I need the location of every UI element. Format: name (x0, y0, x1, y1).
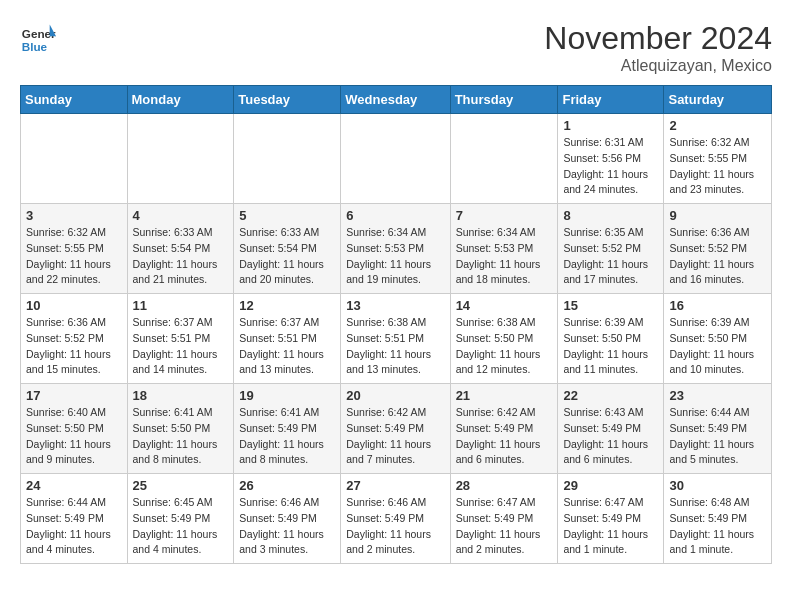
calendar-cell: 10Sunrise: 6:36 AMSunset: 5:52 PMDayligh… (21, 294, 128, 384)
month-title: November 2024 (544, 20, 772, 57)
calendar-cell (21, 114, 128, 204)
logo: General Blue (20, 20, 56, 56)
calendar-cell: 29Sunrise: 6:47 AMSunset: 5:49 PMDayligh… (558, 474, 664, 564)
day-number: 9 (669, 208, 766, 223)
day-number: 15 (563, 298, 658, 313)
day-info: Sunrise: 6:36 AMSunset: 5:52 PMDaylight:… (26, 315, 122, 378)
calendar-cell: 22Sunrise: 6:43 AMSunset: 5:49 PMDayligh… (558, 384, 664, 474)
calendar-header-row: SundayMondayTuesdayWednesdayThursdayFrid… (21, 86, 772, 114)
calendar-cell: 26Sunrise: 6:46 AMSunset: 5:49 PMDayligh… (234, 474, 341, 564)
day-number: 2 (669, 118, 766, 133)
calendar-cell: 30Sunrise: 6:48 AMSunset: 5:49 PMDayligh… (664, 474, 772, 564)
day-number: 24 (26, 478, 122, 493)
day-info: Sunrise: 6:46 AMSunset: 5:49 PMDaylight:… (239, 495, 335, 558)
day-info: Sunrise: 6:42 AMSunset: 5:49 PMDaylight:… (346, 405, 444, 468)
svg-text:Blue: Blue (22, 40, 48, 53)
weekday-header: Tuesday (234, 86, 341, 114)
calendar-week-row: 17Sunrise: 6:40 AMSunset: 5:50 PMDayligh… (21, 384, 772, 474)
day-number: 19 (239, 388, 335, 403)
calendar-cell: 14Sunrise: 6:38 AMSunset: 5:50 PMDayligh… (450, 294, 558, 384)
day-number: 16 (669, 298, 766, 313)
calendar-cell: 28Sunrise: 6:47 AMSunset: 5:49 PMDayligh… (450, 474, 558, 564)
day-number: 14 (456, 298, 553, 313)
day-number: 5 (239, 208, 335, 223)
calendar-cell: 18Sunrise: 6:41 AMSunset: 5:50 PMDayligh… (127, 384, 234, 474)
day-number: 6 (346, 208, 444, 223)
day-info: Sunrise: 6:38 AMSunset: 5:50 PMDaylight:… (456, 315, 553, 378)
calendar-cell: 13Sunrise: 6:38 AMSunset: 5:51 PMDayligh… (341, 294, 450, 384)
day-number: 23 (669, 388, 766, 403)
day-number: 3 (26, 208, 122, 223)
day-info: Sunrise: 6:47 AMSunset: 5:49 PMDaylight:… (456, 495, 553, 558)
day-number: 18 (133, 388, 229, 403)
calendar-cell: 11Sunrise: 6:37 AMSunset: 5:51 PMDayligh… (127, 294, 234, 384)
day-info: Sunrise: 6:37 AMSunset: 5:51 PMDaylight:… (239, 315, 335, 378)
calendar-cell: 8Sunrise: 6:35 AMSunset: 5:52 PMDaylight… (558, 204, 664, 294)
calendar-cell: 25Sunrise: 6:45 AMSunset: 5:49 PMDayligh… (127, 474, 234, 564)
calendar-table: SundayMondayTuesdayWednesdayThursdayFrid… (20, 85, 772, 564)
day-info: Sunrise: 6:47 AMSunset: 5:49 PMDaylight:… (563, 495, 658, 558)
calendar-cell: 21Sunrise: 6:42 AMSunset: 5:49 PMDayligh… (450, 384, 558, 474)
day-number: 20 (346, 388, 444, 403)
calendar-week-row: 24Sunrise: 6:44 AMSunset: 5:49 PMDayligh… (21, 474, 772, 564)
day-number: 28 (456, 478, 553, 493)
day-number: 25 (133, 478, 229, 493)
logo-icon: General Blue (20, 20, 56, 56)
day-info: Sunrise: 6:45 AMSunset: 5:49 PMDaylight:… (133, 495, 229, 558)
day-info: Sunrise: 6:39 AMSunset: 5:50 PMDaylight:… (563, 315, 658, 378)
day-number: 11 (133, 298, 229, 313)
weekday-header: Saturday (664, 86, 772, 114)
calendar-cell (127, 114, 234, 204)
calendar-week-row: 10Sunrise: 6:36 AMSunset: 5:52 PMDayligh… (21, 294, 772, 384)
day-number: 30 (669, 478, 766, 493)
day-number: 10 (26, 298, 122, 313)
day-number: 7 (456, 208, 553, 223)
calendar-cell (450, 114, 558, 204)
weekday-header: Wednesday (341, 86, 450, 114)
day-info: Sunrise: 6:46 AMSunset: 5:49 PMDaylight:… (346, 495, 444, 558)
day-number: 21 (456, 388, 553, 403)
calendar-cell: 5Sunrise: 6:33 AMSunset: 5:54 PMDaylight… (234, 204, 341, 294)
day-number: 8 (563, 208, 658, 223)
day-info: Sunrise: 6:36 AMSunset: 5:52 PMDaylight:… (669, 225, 766, 288)
day-info: Sunrise: 6:41 AMSunset: 5:50 PMDaylight:… (133, 405, 229, 468)
day-info: Sunrise: 6:33 AMSunset: 5:54 PMDaylight:… (239, 225, 335, 288)
calendar-body: 1Sunrise: 6:31 AMSunset: 5:56 PMDaylight… (21, 114, 772, 564)
calendar-cell: 9Sunrise: 6:36 AMSunset: 5:52 PMDaylight… (664, 204, 772, 294)
calendar-cell (234, 114, 341, 204)
calendar-cell: 17Sunrise: 6:40 AMSunset: 5:50 PMDayligh… (21, 384, 128, 474)
day-number: 27 (346, 478, 444, 493)
day-number: 22 (563, 388, 658, 403)
day-info: Sunrise: 6:34 AMSunset: 5:53 PMDaylight:… (456, 225, 553, 288)
day-info: Sunrise: 6:31 AMSunset: 5:56 PMDaylight:… (563, 135, 658, 198)
day-info: Sunrise: 6:33 AMSunset: 5:54 PMDaylight:… (133, 225, 229, 288)
calendar-week-row: 3Sunrise: 6:32 AMSunset: 5:55 PMDaylight… (21, 204, 772, 294)
day-info: Sunrise: 6:40 AMSunset: 5:50 PMDaylight:… (26, 405, 122, 468)
calendar-cell: 24Sunrise: 6:44 AMSunset: 5:49 PMDayligh… (21, 474, 128, 564)
day-info: Sunrise: 6:44 AMSunset: 5:49 PMDaylight:… (669, 405, 766, 468)
calendar-cell: 1Sunrise: 6:31 AMSunset: 5:56 PMDaylight… (558, 114, 664, 204)
day-info: Sunrise: 6:44 AMSunset: 5:49 PMDaylight:… (26, 495, 122, 558)
calendar-cell (341, 114, 450, 204)
weekday-header: Monday (127, 86, 234, 114)
day-info: Sunrise: 6:43 AMSunset: 5:49 PMDaylight:… (563, 405, 658, 468)
calendar-cell: 23Sunrise: 6:44 AMSunset: 5:49 PMDayligh… (664, 384, 772, 474)
day-info: Sunrise: 6:48 AMSunset: 5:49 PMDaylight:… (669, 495, 766, 558)
day-info: Sunrise: 6:37 AMSunset: 5:51 PMDaylight:… (133, 315, 229, 378)
calendar-cell: 7Sunrise: 6:34 AMSunset: 5:53 PMDaylight… (450, 204, 558, 294)
day-info: Sunrise: 6:41 AMSunset: 5:49 PMDaylight:… (239, 405, 335, 468)
day-number: 26 (239, 478, 335, 493)
calendar-cell: 12Sunrise: 6:37 AMSunset: 5:51 PMDayligh… (234, 294, 341, 384)
day-info: Sunrise: 6:34 AMSunset: 5:53 PMDaylight:… (346, 225, 444, 288)
day-info: Sunrise: 6:35 AMSunset: 5:52 PMDaylight:… (563, 225, 658, 288)
calendar-cell: 27Sunrise: 6:46 AMSunset: 5:49 PMDayligh… (341, 474, 450, 564)
calendar-cell: 15Sunrise: 6:39 AMSunset: 5:50 PMDayligh… (558, 294, 664, 384)
day-info: Sunrise: 6:42 AMSunset: 5:49 PMDaylight:… (456, 405, 553, 468)
day-number: 29 (563, 478, 658, 493)
calendar-cell: 3Sunrise: 6:32 AMSunset: 5:55 PMDaylight… (21, 204, 128, 294)
day-number: 17 (26, 388, 122, 403)
calendar-cell: 19Sunrise: 6:41 AMSunset: 5:49 PMDayligh… (234, 384, 341, 474)
calendar-cell: 20Sunrise: 6:42 AMSunset: 5:49 PMDayligh… (341, 384, 450, 474)
day-info: Sunrise: 6:39 AMSunset: 5:50 PMDaylight:… (669, 315, 766, 378)
day-info: Sunrise: 6:32 AMSunset: 5:55 PMDaylight:… (26, 225, 122, 288)
